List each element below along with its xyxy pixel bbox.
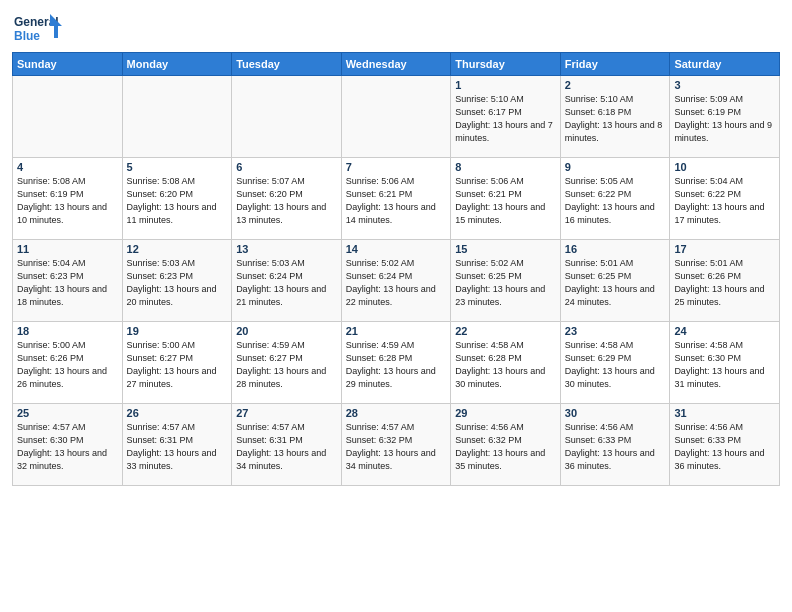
day-number: 23 xyxy=(565,325,666,337)
day-cell-21: 21Sunrise: 4:59 AM Sunset: 6:28 PM Dayli… xyxy=(341,322,451,404)
day-info: Sunrise: 5:06 AM Sunset: 6:21 PM Dayligh… xyxy=(455,175,556,227)
day-cell-14: 14Sunrise: 5:02 AM Sunset: 6:24 PM Dayli… xyxy=(341,240,451,322)
day-info: Sunrise: 4:56 AM Sunset: 6:33 PM Dayligh… xyxy=(565,421,666,473)
day-info: Sunrise: 5:05 AM Sunset: 6:22 PM Dayligh… xyxy=(565,175,666,227)
day-cell-28: 28Sunrise: 4:57 AM Sunset: 6:32 PM Dayli… xyxy=(341,404,451,486)
day-info: Sunrise: 5:06 AM Sunset: 6:21 PM Dayligh… xyxy=(346,175,447,227)
week-row-2: 4Sunrise: 5:08 AM Sunset: 6:19 PM Daylig… xyxy=(13,158,780,240)
day-info: Sunrise: 4:58 AM Sunset: 6:28 PM Dayligh… xyxy=(455,339,556,391)
day-cell-19: 19Sunrise: 5:00 AM Sunset: 6:27 PM Dayli… xyxy=(122,322,232,404)
day-number: 25 xyxy=(17,407,118,419)
day-cell-26: 26Sunrise: 4:57 AM Sunset: 6:31 PM Dayli… xyxy=(122,404,232,486)
day-cell-9: 9Sunrise: 5:05 AM Sunset: 6:22 PM Daylig… xyxy=(560,158,670,240)
day-cell-11: 11Sunrise: 5:04 AM Sunset: 6:23 PM Dayli… xyxy=(13,240,123,322)
day-cell-16: 16Sunrise: 5:01 AM Sunset: 6:25 PM Dayli… xyxy=(560,240,670,322)
day-info: Sunrise: 5:04 AM Sunset: 6:22 PM Dayligh… xyxy=(674,175,775,227)
day-info: Sunrise: 5:01 AM Sunset: 6:25 PM Dayligh… xyxy=(565,257,666,309)
day-info: Sunrise: 5:09 AM Sunset: 6:19 PM Dayligh… xyxy=(674,93,775,145)
day-number: 8 xyxy=(455,161,556,173)
empty-cell xyxy=(122,76,232,158)
day-number: 14 xyxy=(346,243,447,255)
calendar-header: SundayMondayTuesdayWednesdayThursdayFrid… xyxy=(13,53,780,76)
day-number: 18 xyxy=(17,325,118,337)
day-info: Sunrise: 4:58 AM Sunset: 6:30 PM Dayligh… xyxy=(674,339,775,391)
day-cell-12: 12Sunrise: 5:03 AM Sunset: 6:23 PM Dayli… xyxy=(122,240,232,322)
day-number: 20 xyxy=(236,325,337,337)
day-cell-6: 6Sunrise: 5:07 AM Sunset: 6:20 PM Daylig… xyxy=(232,158,342,240)
day-number: 22 xyxy=(455,325,556,337)
day-number: 19 xyxy=(127,325,228,337)
day-info: Sunrise: 5:08 AM Sunset: 6:19 PM Dayligh… xyxy=(17,175,118,227)
day-number: 17 xyxy=(674,243,775,255)
day-info: Sunrise: 5:01 AM Sunset: 6:26 PM Dayligh… xyxy=(674,257,775,309)
day-number: 24 xyxy=(674,325,775,337)
weekday-header-saturday: Saturday xyxy=(670,53,780,76)
day-cell-17: 17Sunrise: 5:01 AM Sunset: 6:26 PM Dayli… xyxy=(670,240,780,322)
day-cell-18: 18Sunrise: 5:00 AM Sunset: 6:26 PM Dayli… xyxy=(13,322,123,404)
day-info: Sunrise: 4:59 AM Sunset: 6:28 PM Dayligh… xyxy=(346,339,447,391)
day-cell-13: 13Sunrise: 5:03 AM Sunset: 6:24 PM Dayli… xyxy=(232,240,342,322)
day-number: 29 xyxy=(455,407,556,419)
day-cell-31: 31Sunrise: 4:56 AM Sunset: 6:33 PM Dayli… xyxy=(670,404,780,486)
day-info: Sunrise: 5:07 AM Sunset: 6:20 PM Dayligh… xyxy=(236,175,337,227)
day-number: 4 xyxy=(17,161,118,173)
day-info: Sunrise: 4:56 AM Sunset: 6:33 PM Dayligh… xyxy=(674,421,775,473)
weekday-header-sunday: Sunday xyxy=(13,53,123,76)
day-info: Sunrise: 5:00 AM Sunset: 6:26 PM Dayligh… xyxy=(17,339,118,391)
day-number: 6 xyxy=(236,161,337,173)
day-cell-1: 1Sunrise: 5:10 AM Sunset: 6:17 PM Daylig… xyxy=(451,76,561,158)
day-cell-29: 29Sunrise: 4:56 AM Sunset: 6:32 PM Dayli… xyxy=(451,404,561,486)
day-number: 28 xyxy=(346,407,447,419)
day-cell-7: 7Sunrise: 5:06 AM Sunset: 6:21 PM Daylig… xyxy=(341,158,451,240)
day-info: Sunrise: 5:03 AM Sunset: 6:23 PM Dayligh… xyxy=(127,257,228,309)
week-row-3: 11Sunrise: 5:04 AM Sunset: 6:23 PM Dayli… xyxy=(13,240,780,322)
day-info: Sunrise: 5:10 AM Sunset: 6:18 PM Dayligh… xyxy=(565,93,666,145)
day-info: Sunrise: 5:00 AM Sunset: 6:27 PM Dayligh… xyxy=(127,339,228,391)
day-cell-23: 23Sunrise: 4:58 AM Sunset: 6:29 PM Dayli… xyxy=(560,322,670,404)
day-number: 13 xyxy=(236,243,337,255)
day-info: Sunrise: 4:57 AM Sunset: 6:31 PM Dayligh… xyxy=(236,421,337,473)
week-row-4: 18Sunrise: 5:00 AM Sunset: 6:26 PM Dayli… xyxy=(13,322,780,404)
weekday-row: SundayMondayTuesdayWednesdayThursdayFrid… xyxy=(13,53,780,76)
day-info: Sunrise: 5:04 AM Sunset: 6:23 PM Dayligh… xyxy=(17,257,118,309)
day-info: Sunrise: 4:57 AM Sunset: 6:32 PM Dayligh… xyxy=(346,421,447,473)
empty-cell xyxy=(341,76,451,158)
day-cell-22: 22Sunrise: 4:58 AM Sunset: 6:28 PM Dayli… xyxy=(451,322,561,404)
day-cell-25: 25Sunrise: 4:57 AM Sunset: 6:30 PM Dayli… xyxy=(13,404,123,486)
day-cell-4: 4Sunrise: 5:08 AM Sunset: 6:19 PM Daylig… xyxy=(13,158,123,240)
day-cell-2: 2Sunrise: 5:10 AM Sunset: 6:18 PM Daylig… xyxy=(560,76,670,158)
day-cell-15: 15Sunrise: 5:02 AM Sunset: 6:25 PM Dayli… xyxy=(451,240,561,322)
day-cell-24: 24Sunrise: 4:58 AM Sunset: 6:30 PM Dayli… xyxy=(670,322,780,404)
day-number: 3 xyxy=(674,79,775,91)
day-cell-3: 3Sunrise: 5:09 AM Sunset: 6:19 PM Daylig… xyxy=(670,76,780,158)
day-number: 1 xyxy=(455,79,556,91)
day-info: Sunrise: 4:57 AM Sunset: 6:30 PM Dayligh… xyxy=(17,421,118,473)
day-info: Sunrise: 4:59 AM Sunset: 6:27 PM Dayligh… xyxy=(236,339,337,391)
weekday-header-friday: Friday xyxy=(560,53,670,76)
day-info: Sunrise: 5:10 AM Sunset: 6:17 PM Dayligh… xyxy=(455,93,556,145)
day-number: 27 xyxy=(236,407,337,419)
empty-cell xyxy=(232,76,342,158)
day-info: Sunrise: 4:56 AM Sunset: 6:32 PM Dayligh… xyxy=(455,421,556,473)
header: General Blue xyxy=(12,10,780,46)
svg-text:Blue: Blue xyxy=(14,29,40,43)
day-number: 12 xyxy=(127,243,228,255)
day-info: Sunrise: 4:58 AM Sunset: 6:29 PM Dayligh… xyxy=(565,339,666,391)
day-number: 11 xyxy=(17,243,118,255)
day-cell-30: 30Sunrise: 4:56 AM Sunset: 6:33 PM Dayli… xyxy=(560,404,670,486)
day-cell-20: 20Sunrise: 4:59 AM Sunset: 6:27 PM Dayli… xyxy=(232,322,342,404)
day-number: 26 xyxy=(127,407,228,419)
empty-cell xyxy=(13,76,123,158)
day-number: 21 xyxy=(346,325,447,337)
weekday-header-monday: Monday xyxy=(122,53,232,76)
week-row-5: 25Sunrise: 4:57 AM Sunset: 6:30 PM Dayli… xyxy=(13,404,780,486)
day-cell-5: 5Sunrise: 5:08 AM Sunset: 6:20 PM Daylig… xyxy=(122,158,232,240)
calendar: SundayMondayTuesdayWednesdayThursdayFrid… xyxy=(12,52,780,486)
weekday-header-tuesday: Tuesday xyxy=(232,53,342,76)
day-cell-27: 27Sunrise: 4:57 AM Sunset: 6:31 PM Dayli… xyxy=(232,404,342,486)
day-number: 9 xyxy=(565,161,666,173)
day-number: 16 xyxy=(565,243,666,255)
day-info: Sunrise: 5:02 AM Sunset: 6:25 PM Dayligh… xyxy=(455,257,556,309)
weekday-header-wednesday: Wednesday xyxy=(341,53,451,76)
day-number: 10 xyxy=(674,161,775,173)
